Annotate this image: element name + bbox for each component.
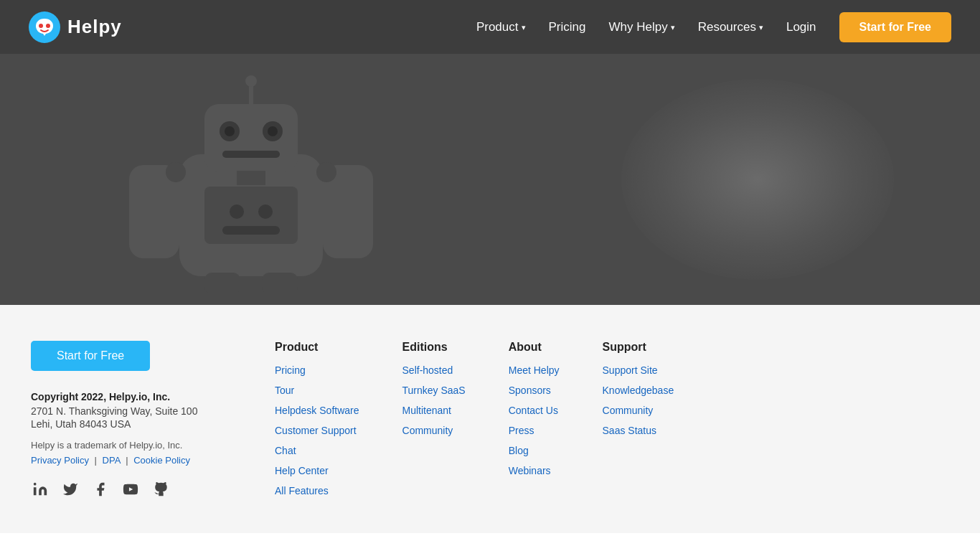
list-item: Knowledgebase <box>603 384 674 397</box>
svg-rect-22 <box>262 273 298 294</box>
youtube-icon[interactable] <box>121 480 140 499</box>
footer-link-community-support[interactable]: Community <box>603 405 654 416</box>
list-item: Helpdesk Software <box>275 404 359 417</box>
footer-link-support-site[interactable]: Support Site <box>603 364 658 376</box>
facebook-icon[interactable] <box>91 480 110 499</box>
svg-point-23 <box>34 483 37 486</box>
list-item: Press <box>509 424 560 437</box>
footer-link-sponsors[interactable]: Sponsors <box>509 385 551 396</box>
list-item: Saas Status <box>603 424 674 437</box>
logo-icon <box>29 11 60 43</box>
list-item: Self-hosted <box>402 364 466 377</box>
footer-link-multitenant[interactable]: Multitenant <box>402 405 451 416</box>
main-nav: Product ▾ Pricing Why Helpy ▾ Resources … <box>476 12 951 42</box>
list-item: Sponsors <box>509 384 560 397</box>
footer-col-product-list: Pricing Tour Helpdesk Software Customer … <box>275 364 359 497</box>
hero-glow-effect <box>621 79 894 280</box>
svg-point-19 <box>166 162 186 182</box>
svg-point-10 <box>268 126 278 136</box>
copyright-text: Copyright 2022, Helpy.io, Inc. <box>31 391 246 402</box>
footer-link-turnkey-saas[interactable]: Turnkey SaaS <box>402 385 466 396</box>
chevron-down-icon: ▾ <box>759 23 763 32</box>
footer-col-about-heading: About <box>509 341 560 354</box>
list-item: Webinars <box>509 464 560 477</box>
linkedin-icon[interactable] <box>31 480 50 499</box>
footer-brand: Start for Free Copyright 2022, Helpy.io,… <box>31 341 246 504</box>
footer-col-about-list: Meet Helpy Sponsors Contact Us Press Blo… <box>509 364 560 477</box>
svg-point-14 <box>230 204 244 219</box>
robot-svg <box>72 61 430 298</box>
footer-link-help-center[interactable]: Help Center <box>275 465 329 476</box>
list-item: Tour <box>275 384 359 397</box>
footer-link-blog[interactable]: Blog <box>509 445 529 456</box>
footer-link-meet-helpy[interactable]: Meet Helpy <box>509 364 560 376</box>
footer-col-editions-list: Self-hosted Turnkey SaaS Multitenant Com… <box>402 364 466 437</box>
footer-legal: Privacy Policy | DPA | Cookie Policy <box>31 455 246 466</box>
list-item: Customer Support <box>275 424 359 437</box>
twitter-icon[interactable] <box>61 480 80 499</box>
list-item: All Features <box>275 484 359 497</box>
hero-section <box>0 54 980 305</box>
footer-col-editions: Editions Self-hosted Turnkey SaaS Multit… <box>402 341 466 504</box>
svg-rect-11 <box>222 151 280 158</box>
logo-link[interactable]: Helpy <box>29 11 122 43</box>
footer-link-customer-support[interactable]: Customer Support <box>275 425 357 436</box>
footer-col-editions-heading: Editions <box>402 341 466 354</box>
svg-rect-16 <box>222 226 280 235</box>
svg-point-1 <box>39 24 43 28</box>
svg-rect-21 <box>204 273 240 294</box>
footer-col-product-heading: Product <box>275 341 359 354</box>
footer-col-about: About Meet Helpy Sponsors Contact Us Pre… <box>509 341 560 504</box>
dpa-link[interactable]: DPA <box>103 455 121 466</box>
list-item: Pricing <box>275 364 359 377</box>
site-footer: Start for Free Copyright 2022, Helpy.io,… <box>0 305 980 533</box>
footer-columns: Product Pricing Tour Helpdesk Software C… <box>275 341 949 504</box>
footer-link-tour[interactable]: Tour <box>275 385 294 396</box>
svg-point-15 <box>258 204 273 219</box>
list-item: Support Site <box>603 364 674 377</box>
list-item: Meet Helpy <box>509 364 560 377</box>
footer-link-helpdesk[interactable]: Helpdesk Software <box>275 405 359 416</box>
footer-link-webinars[interactable]: Webinars <box>509 465 551 476</box>
list-item: Turnkey SaaS <box>402 384 466 397</box>
github-icon[interactable] <box>151 480 170 499</box>
list-item: Chat <box>275 444 359 457</box>
footer-col-support: Support Support Site Knowledgebase Commu… <box>603 341 674 504</box>
list-item: Contact Us <box>509 404 560 417</box>
footer-inner: Start for Free Copyright 2022, Helpy.io,… <box>31 341 949 504</box>
svg-rect-13 <box>204 187 298 244</box>
address-line-2: Lehi, Utah 84043 USA <box>31 418 246 430</box>
chevron-down-icon: ▾ <box>522 23 526 32</box>
nav-login[interactable]: Login <box>786 20 816 34</box>
nav-pricing[interactable]: Pricing <box>549 20 586 34</box>
svg-point-2 <box>46 24 50 28</box>
list-item: Help Center <box>275 464 359 477</box>
footer-link-press[interactable]: Press <box>509 425 534 436</box>
footer-col-product: Product Pricing Tour Helpdesk Software C… <box>275 341 359 504</box>
footer-link-saas-status[interactable]: Saas Status <box>603 425 657 436</box>
chevron-down-icon: ▾ <box>671 23 675 32</box>
footer-link-contact-us[interactable]: Contact Us <box>509 405 558 416</box>
footer-col-support-list: Support Site Knowledgebase Community Saa… <box>603 364 674 437</box>
nav-product[interactable]: Product ▾ <box>476 20 526 34</box>
svg-rect-12 <box>237 171 265 185</box>
nav-why-helpy[interactable]: Why Helpy ▾ <box>608 20 674 34</box>
footer-link-knowledgebase[interactable]: Knowledgebase <box>603 385 674 396</box>
footer-link-pricing[interactable]: Pricing <box>275 364 306 376</box>
footer-link-community-edition[interactable]: Community <box>402 425 453 436</box>
footer-col-support-heading: Support <box>603 341 674 354</box>
privacy-policy-link[interactable]: Privacy Policy <box>31 455 89 466</box>
address-line-1: 2701 N. Thanksgiving Way, Suite 100 <box>31 405 246 417</box>
footer-cta-button[interactable]: Start for Free <box>31 341 150 371</box>
cookie-policy-link[interactable]: Cookie Policy <box>133 455 190 466</box>
footer-link-chat[interactable]: Chat <box>275 445 296 456</box>
header-cta-button[interactable]: Start for Free <box>839 12 951 42</box>
svg-point-20 <box>316 162 336 182</box>
footer-link-all-features[interactable]: All Features <box>275 485 329 496</box>
svg-point-9 <box>225 126 235 136</box>
list-item: Community <box>603 404 674 417</box>
nav-resources[interactable]: Resources ▾ <box>698 20 763 34</box>
logo-text: Helpy <box>67 16 122 38</box>
footer-link-self-hosted[interactable]: Self-hosted <box>402 364 453 376</box>
hero-robot-illustration <box>72 61 430 298</box>
